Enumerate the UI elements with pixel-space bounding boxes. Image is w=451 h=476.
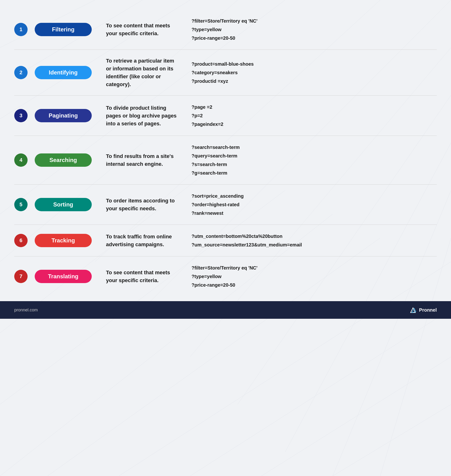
number-badge-1: 1 xyxy=(14,23,28,36)
example-line-6-1: ?um_source=newsletter123&utm_medium=emai… xyxy=(192,240,437,249)
svg-line-19 xyxy=(190,309,451,476)
description-2: To retrieve a particular item or informa… xyxy=(106,57,177,88)
description-6: To track traffic from online advertising… xyxy=(106,233,177,248)
label-badge-4: Searching xyxy=(35,154,92,167)
examples-4: ?search=search-term?query=search-term?s=… xyxy=(192,143,437,177)
examples-6: ?utm_content=bottom%20cta%20button?um_so… xyxy=(192,232,437,249)
number-badge-5: 5 xyxy=(14,198,28,211)
number-badge-7: 7 xyxy=(14,270,28,283)
description-5: To order items according to your specifi… xyxy=(106,197,177,212)
example-line-6-0: ?utm_content=bottom%20cta%20button xyxy=(192,232,437,240)
row-7: 7TranslatingTo see content that meets yo… xyxy=(14,257,437,296)
footer-domain: pronnel.com xyxy=(14,308,38,313)
main-content: 1FilteringTo see content that meets your… xyxy=(0,0,451,296)
footer-brand-name: Pronnel xyxy=(419,307,437,313)
number-badge-6: 6 xyxy=(14,234,28,247)
description-4: To find results from a site's internal s… xyxy=(106,152,177,168)
example-line-3-2: ?pageindex=2 xyxy=(192,120,437,129)
example-line-3-0: ?page =2 xyxy=(192,103,437,111)
examples-5: ?sort=price_ascending?order=highest-rate… xyxy=(192,192,437,217)
example-line-2-2: ?productid =xyz xyxy=(192,77,437,85)
example-line-4-0: ?search=search-term xyxy=(192,143,437,152)
row-1: 1FilteringTo see content that meets your… xyxy=(14,10,437,50)
example-line-5-1: ?order=highest-rated xyxy=(192,200,437,209)
rows-container: 1FilteringTo see content that meets your… xyxy=(14,10,437,296)
row-6: 6TrackingTo track traffic from online ad… xyxy=(14,225,437,257)
example-line-7-2: ?price-range=20-50 xyxy=(192,281,437,289)
description-7: To see content that meets your specific … xyxy=(106,269,177,284)
examples-7: ?filter=Store/Territory eq 'NC' ?type=ye… xyxy=(192,264,437,289)
example-line-7-0: ?filter=Store/Territory eq 'NC' xyxy=(192,264,437,272)
example-line-2-1: ?category=sneakers xyxy=(192,68,437,77)
svg-line-20 xyxy=(261,357,451,476)
description-3: To divide product listing pages or blog … xyxy=(106,104,177,128)
row-4: 4SearchingTo find results from a site's … xyxy=(14,136,437,185)
row-3: 3PaginatingTo divide product listing pag… xyxy=(14,96,437,136)
example-line-5-0: ?sort=price_ascending xyxy=(192,192,437,200)
number-badge-2: 2 xyxy=(14,66,28,79)
svg-line-21 xyxy=(333,404,451,476)
number-badge-4: 4 xyxy=(14,154,28,167)
description-1: To see content that meets your specific … xyxy=(106,22,177,37)
examples-3: ?page =2?p=2?pageindex=2 xyxy=(192,103,437,129)
label-badge-6: Tracking xyxy=(35,234,92,247)
example-line-1-0: ?filter=Store/Territory eq 'NC' xyxy=(192,17,437,25)
example-line-7-1: ?type=yellow xyxy=(192,272,437,281)
pronnel-logo-icon xyxy=(410,306,417,314)
label-badge-3: Paginating xyxy=(35,109,92,122)
examples-2: ?product=small-blue-shoes?category=sneak… xyxy=(192,60,437,85)
example-line-2-0: ?product=small-blue-shoes xyxy=(192,60,437,68)
label-badge-5: Sorting xyxy=(35,198,92,211)
examples-1: ?filter=Store/Territory eq 'NC'?type=yel… xyxy=(192,17,437,42)
example-line-5-2: ?rank=newest xyxy=(192,209,437,217)
example-line-1-2: ?price-range=20-50 xyxy=(192,34,437,42)
label-badge-2: Identifying xyxy=(35,66,92,79)
example-line-3-1: ?p=2 xyxy=(192,111,437,120)
example-line-4-1: ?query=search-term xyxy=(192,152,437,160)
label-badge-1: Filtering xyxy=(35,23,92,36)
label-badge-7: Translating xyxy=(35,270,92,283)
row-5: 5SortingTo order items according to your… xyxy=(14,185,437,225)
footer-brand: Pronnel xyxy=(410,306,437,314)
example-line-1-1: ?type=yellow xyxy=(192,25,437,34)
footer: pronnel.com Pronnel xyxy=(0,301,451,319)
example-line-4-2: ?s=search-term xyxy=(192,160,437,169)
number-badge-3: 3 xyxy=(14,109,28,122)
example-line-4-3: ?g=search-term xyxy=(192,169,437,177)
row-2: 2IdentifyingTo retrieve a particular ite… xyxy=(14,50,437,96)
